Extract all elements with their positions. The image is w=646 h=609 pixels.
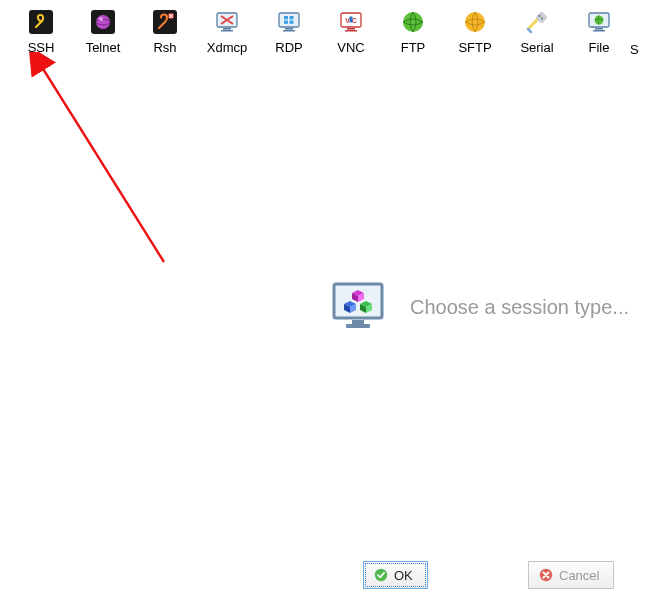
toolbar-item-label: SSH [28, 40, 55, 55]
toolbar-item-vnc[interactable]: V C VNC [320, 10, 382, 55]
toolbar-item-label: FTP [401, 40, 426, 55]
svg-line-33 [40, 64, 164, 262]
toolbar-item-serial[interactable]: Serial [506, 10, 568, 55]
svg-rect-16 [290, 16, 294, 19]
telnet-icon [91, 10, 115, 34]
svg-rect-14 [283, 30, 295, 32]
svg-rect-20 [347, 28, 355, 30]
toolbar-item-label: SFTP [458, 40, 491, 55]
svg-point-3 [96, 15, 110, 29]
toolbar-item-label: Telnet [86, 40, 121, 55]
ok-check-icon [374, 568, 388, 582]
xdmcp-icon [215, 10, 239, 34]
session-prompt-text: Choose a session type... [410, 296, 629, 319]
vnc-icon: V C [339, 10, 363, 34]
toolbar-item-xdmcp[interactable]: Xdmcp [196, 10, 258, 55]
rdp-icon [277, 10, 301, 34]
svg-point-25 [465, 12, 485, 32]
svg-rect-23 [350, 17, 353, 23]
session-prompt: Choose a session type... [330, 278, 629, 337]
toolbar-item-sftp[interactable]: SFTP [444, 10, 506, 55]
svg-point-27 [539, 15, 541, 17]
toolbar-item-label: VNC [337, 40, 364, 55]
serial-icon [525, 10, 549, 34]
ssh-icon [29, 10, 53, 34]
svg-rect-12 [279, 13, 299, 27]
toolbar-item-ftp[interactable]: FTP [382, 10, 444, 55]
toolbar-item-label: RDP [275, 40, 302, 55]
svg-rect-17 [284, 21, 288, 24]
toolbar-item-ssh[interactable]: SSH [10, 10, 72, 55]
toolbar-item-label: Serial [520, 40, 553, 55]
svg-point-5 [99, 17, 103, 21]
toolbar-item-label: Rsh [153, 40, 176, 55]
svg-rect-10 [223, 28, 231, 30]
cancel-button[interactable]: Cancel [528, 561, 614, 589]
cancel-x-icon [539, 568, 553, 582]
annotation-arrow [24, 52, 194, 282]
svg-point-37 [375, 569, 387, 581]
svg-point-32 [595, 16, 604, 25]
svg-rect-21 [345, 30, 357, 32]
toolbar-item-telnet[interactable]: Telnet [72, 10, 134, 55]
rsh-icon [153, 10, 177, 34]
svg-point-1 [39, 16, 42, 19]
sftp-icon [463, 10, 487, 34]
svg-rect-11 [221, 30, 233, 32]
svg-rect-18 [290, 21, 294, 24]
toolbar-overflow: S [630, 10, 644, 57]
svg-point-24 [403, 12, 423, 32]
session-type-toolbar: SSH Telnet Rsh [0, 0, 646, 57]
toolbar-item-rdp[interactable]: RDP [258, 10, 320, 55]
svg-point-28 [541, 18, 543, 20]
toolbar-item-file[interactable]: File [568, 10, 630, 55]
svg-rect-35 [352, 320, 364, 324]
ftp-icon [401, 10, 425, 34]
ok-button-label: OK [394, 568, 413, 583]
file-icon [587, 10, 611, 34]
session-monitor-icon [330, 278, 386, 337]
dialog-buttons: OK Cancel [0, 559, 646, 589]
cancel-button-label: Cancel [559, 568, 599, 583]
toolbar-item-label: File [589, 40, 610, 55]
ok-button[interactable]: OK [363, 561, 428, 589]
svg-rect-13 [285, 28, 293, 30]
svg-rect-36 [346, 324, 370, 328]
svg-rect-30 [595, 28, 603, 30]
toolbar-item-label: Xdmcp [207, 40, 247, 55]
toolbar-item-rsh[interactable]: Rsh [134, 10, 196, 55]
svg-rect-31 [593, 30, 605, 32]
svg-rect-15 [284, 16, 288, 19]
svg-point-7 [163, 16, 166, 19]
